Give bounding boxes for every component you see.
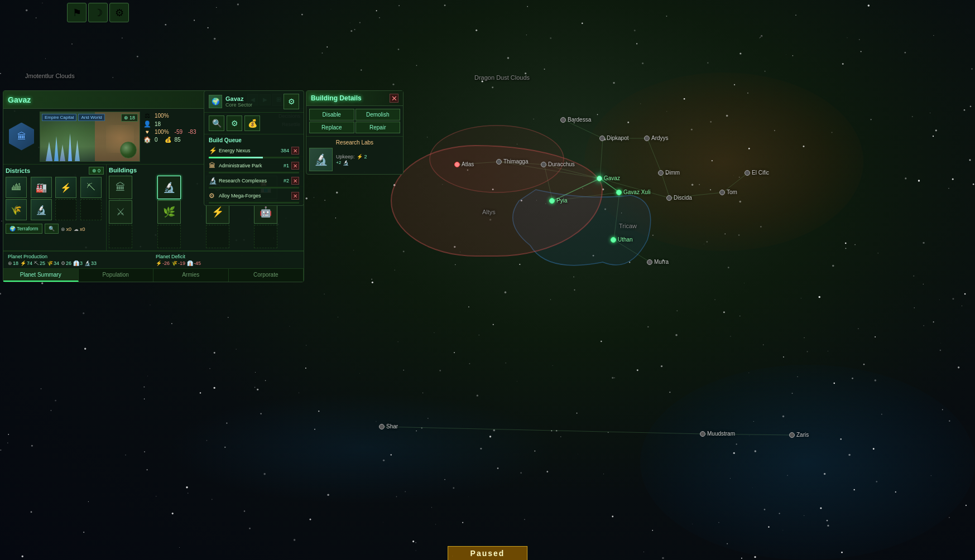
planet-thumbnail: Empire Capital Arid World ⊕ 18: [40, 112, 140, 162]
map-node-muudstram[interactable]: Muudstram: [700, 431, 735, 437]
map-node-bardessa[interactable]: Bardessa: [560, 117, 591, 123]
sector-settings-btn[interactable]: ⚙: [284, 94, 299, 109]
building-slot-10[interactable]: [206, 225, 229, 248]
build-cancel-1[interactable]: ✕: [291, 162, 299, 170]
map-node-murra[interactable]: Murra: [647, 259, 669, 265]
planet-avatar: 🏛: [3, 109, 40, 164]
map-node-circle-7: [611, 237, 616, 243]
sector-action-1[interactable]: 🔍: [209, 115, 224, 131]
magnify-button[interactable]: 🔍: [45, 224, 59, 234]
map-node-pyia[interactable]: Pyia: [549, 197, 567, 204]
map-node-zaris[interactable]: Zaris: [789, 432, 809, 438]
tab-armies[interactable]: Armies: [153, 269, 229, 282]
build-cancel-0[interactable]: ✕: [291, 147, 299, 155]
map-node-atlas[interactable]: Atlas: [454, 161, 474, 167]
tab-planet-summary[interactable]: Planet Summary: [3, 269, 79, 282]
map-node-label-6: Altys: [482, 209, 496, 215]
bd-stat-bonus: +2 🔬: [336, 160, 400, 166]
sector-action-2[interactable]: ⚙: [227, 115, 242, 131]
build-item-3[interactable]: ⚙ Alloy Mega-Forges ✕: [204, 190, 304, 202]
bd-building-image: 🔬: [309, 148, 333, 171]
hud-icon-2[interactable]: ☽: [88, 3, 108, 22]
production-area: Planet Production ⊕ 18 ⚡74 ⛏25 🌾34 ⚙26 👔…: [3, 251, 304, 268]
district-slot-4[interactable]: 🌾: [6, 199, 27, 220]
map-node-gavaz_xuli[interactable]: Gavaz Xuli: [616, 189, 650, 195]
tab-corporate[interactable]: Corporate: [229, 269, 304, 282]
building-slot-1[interactable]: 🔬: [157, 176, 181, 199]
tab-population[interactable]: Population: [79, 269, 154, 282]
building-slot-0[interactable]: 🏛: [109, 176, 132, 199]
map-node-discida[interactable]: Discida: [666, 195, 692, 201]
district-slot-1[interactable]: 🏭: [31, 177, 52, 198]
sector-action-3[interactable]: 💰: [244, 115, 260, 131]
district-slot-5[interactable]: 🔬: [31, 199, 52, 220]
sector-settings-icon[interactable]: ⚙: [284, 94, 299, 109]
build-item-2-num: #2: [284, 178, 289, 184]
map-node-label-17: Tom: [727, 189, 737, 195]
build-item-1-num: #1: [284, 163, 289, 168]
map-node-shar[interactable]: Shar: [379, 423, 398, 429]
building-slot-8[interactable]: [109, 225, 132, 248]
terraform-button[interactable]: 🌍 Terraform: [6, 224, 42, 234]
planet-stats-row: ⊗ x0 ☁ x0: [61, 225, 85, 234]
map-node-circle-13: [599, 136, 605, 141]
map-node-circle-9: [666, 195, 672, 201]
map-node-uthan[interactable]: Uthan: [611, 236, 633, 243]
map-node-label-9: Discida: [674, 195, 692, 201]
bd-actions: Disable Demolish Replace Repair: [306, 106, 403, 136]
top-hud: ⚑ ☽ ⚙: [67, 3, 129, 22]
sector-type: Core Sector: [225, 102, 252, 108]
build-item-2-name: Research Complexes: [219, 178, 281, 184]
build-cancel-2[interactable]: ✕: [291, 177, 299, 185]
map-node-circle-1: [616, 190, 622, 195]
bonus-value: +2: [336, 160, 341, 165]
building-slot-9[interactable]: [157, 225, 181, 248]
demolish-button[interactable]: Demolish: [356, 109, 401, 120]
district-slot-3[interactable]: ⛏: [80, 177, 102, 198]
map-node-thimagga[interactable]: Thimagga: [496, 158, 528, 165]
map-node-circle-11: [560, 117, 566, 123]
repair-button[interactable]: Repair: [356, 122, 401, 133]
replace-button[interactable]: Replace: [309, 122, 354, 133]
map-node-tricaw[interactable]: Tricaw: [619, 223, 637, 229]
hud-icon-1[interactable]: ⚑: [67, 3, 87, 22]
pstat-1: ⊗ x0: [61, 225, 72, 234]
map-node-dimm[interactable]: Dimm: [658, 170, 680, 176]
map-node-tom[interactable]: Tom: [719, 189, 737, 195]
disable-button[interactable]: Disable: [309, 109, 354, 120]
bd-close-button[interactable]: ✕: [390, 94, 398, 103]
upkeep-value: 2: [364, 154, 367, 160]
pstat-2: ☁ x0: [74, 225, 85, 234]
map-node-altys[interactable]: Altys: [482, 209, 496, 215]
build-cancel-3[interactable]: ✕: [291, 192, 299, 200]
building-slot-5[interactable]: 🌿: [157, 200, 181, 224]
build-progress-2: [209, 187, 299, 189]
build-item-0-name: Energy Nexus: [219, 148, 278, 153]
map-node-gavaz[interactable]: Gavaz: [597, 175, 620, 181]
building-slot-11[interactable]: [254, 225, 277, 248]
map-node-duracchus[interactable]: Duracchus: [541, 161, 575, 167]
build-progress-1: [209, 172, 299, 173]
district-slot-2[interactable]: ⚡: [55, 177, 76, 198]
build-item-0[interactable]: ⚡ Energy Nexus 384 ✕: [204, 145, 304, 157]
map-node-circle-16: [789, 432, 795, 438]
district-slot-7[interactable]: [80, 199, 102, 220]
housing-icon: 🏠: [143, 136, 151, 143]
bd-title: Building Details: [311, 94, 362, 102]
hud-icon-3[interactable]: ⚙: [109, 3, 129, 22]
build-queue-title: Build Queue: [204, 134, 304, 145]
building-slot-4[interactable]: ⚔: [109, 200, 132, 224]
build-item-2[interactable]: 🔬 Research Complexes #2 ✕: [204, 175, 304, 187]
terraform-icon: 🌍: [9, 226, 16, 231]
map-corner-arrow: ↗: [758, 33, 763, 40]
map-node-circle-14: [379, 424, 385, 429]
production-title: Planet Production: [8, 254, 151, 259]
map-node-dipkapot[interactable]: Dipkapot: [599, 135, 628, 141]
map-node-circle-2: [496, 159, 502, 165]
build-item-1[interactable]: 🏛 Administrative Park #1 ✕: [204, 160, 304, 172]
map-node-ardyys[interactable]: Ardyys: [644, 135, 669, 141]
district-slot-0[interactable]: 🏙: [6, 177, 27, 198]
map-node-el_cific[interactable]: El Cific: [745, 170, 769, 176]
district-slot-6[interactable]: [55, 199, 76, 220]
prod-alloys: ⚙26: [61, 260, 71, 266]
